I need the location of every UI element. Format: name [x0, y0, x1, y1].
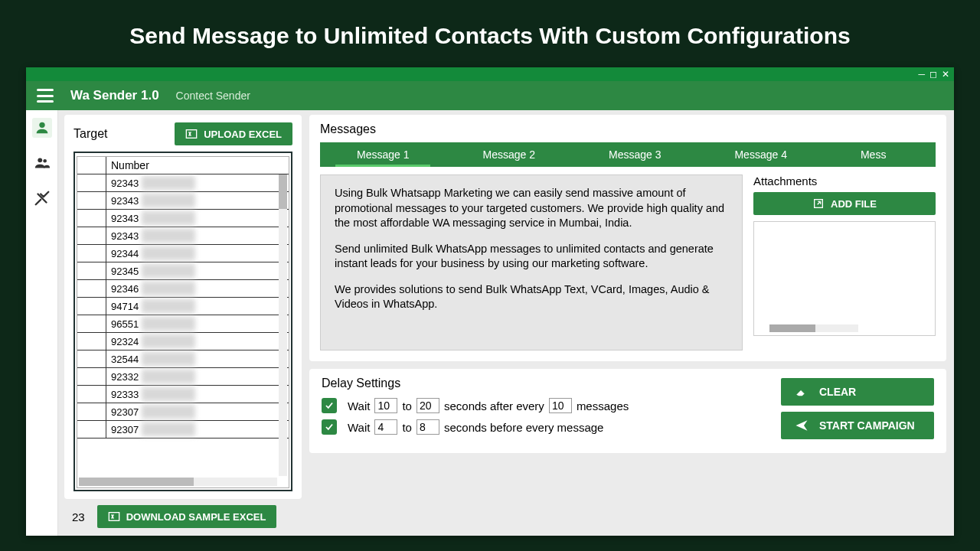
upload-excel-button[interactable]: UPLOAD EXCEL	[175, 122, 292, 145]
close-button[interactable]: ✕	[942, 70, 949, 79]
clear-button[interactable]: CLEAR	[781, 378, 934, 406]
delay-row-after: Wait to seconds after every messages	[322, 398, 629, 413]
attachments-list[interactable]	[753, 221, 936, 336]
target-title: Target	[74, 127, 107, 141]
table-row[interactable]: 92343	[77, 174, 289, 192]
number-cell: 92333	[106, 386, 289, 403]
number-cell: 92343	[106, 227, 289, 244]
menu-icon[interactable]	[37, 89, 54, 103]
sidebar-item-tools[interactable]	[32, 188, 52, 208]
excel-icon	[108, 510, 120, 523]
tab-message-1[interactable]: Message 1	[320, 142, 446, 167]
minimize-button[interactable]: ─	[918, 70, 925, 79]
svg-rect-4	[109, 513, 119, 521]
number-cell: 92343	[106, 192, 289, 209]
messages-panel: Messages Message 1Message 2Message 3Mess…	[309, 115, 946, 361]
table-row[interactable]: 92307	[77, 421, 289, 439]
svg-point-2	[43, 159, 47, 163]
add-file-label: ADD FILE	[831, 198, 877, 210]
table-row[interactable]: 92332	[77, 368, 289, 386]
tab-message-5[interactable]: Mess	[824, 142, 923, 167]
tools-icon	[34, 190, 51, 207]
numbers-grid[interactable]: Number 923439234392343923439234492345923…	[74, 152, 292, 491]
svg-rect-3	[186, 130, 196, 139]
number-cell: 92344	[106, 245, 289, 262]
download-sample-label: DOWNLOAD SAMPLE EXCEL	[126, 511, 266, 523]
attachments-title: Attachments	[753, 174, 936, 187]
send-icon	[795, 419, 808, 432]
target-panel: Target UPLOAD EXCEL Number 92343923	[64, 115, 302, 499]
app-header: Wa Sender 1.0 Contect Sender	[26, 81, 954, 110]
number-cell: 92307	[106, 421, 289, 438]
target-count: 23	[72, 510, 85, 523]
message-textarea[interactable]: Using Bulk Whatsapp Marketing we can eas…	[320, 174, 743, 350]
app-subtitle: Contect Sender	[176, 90, 250, 102]
delay-after-max-input[interactable]	[416, 398, 439, 413]
person-icon	[34, 119, 51, 136]
number-cell: 92324	[106, 333, 289, 350]
checkbox-delay-after[interactable]	[322, 398, 337, 413]
upload-excel-label: UPLOAD EXCEL	[204, 129, 282, 140]
window-titlebar: ─ ◻ ✕	[26, 67, 954, 81]
eraser-icon	[795, 385, 808, 399]
add-file-button[interactable]: ADD FILE	[753, 192, 936, 215]
number-cell: 92307	[106, 403, 289, 420]
table-row[interactable]: 92344	[77, 245, 289, 262]
message-tabs: Message 1Message 2Message 3Message 4Mess	[320, 142, 936, 167]
number-cell: 32544	[106, 350, 289, 367]
number-cell: 94714	[106, 298, 289, 315]
open-icon	[812, 197, 825, 210]
number-cell: 92343	[106, 174, 289, 191]
sidebar	[26, 110, 58, 536]
number-cell: 92346	[106, 280, 289, 297]
delay-before-max-input[interactable]	[416, 419, 439, 435]
promo-banner: Send Message to Unlimited Contacts With …	[0, 0, 980, 67]
messages-title: Messages	[320, 122, 936, 136]
table-row[interactable]: 92307	[77, 403, 289, 421]
download-sample-excel-button[interactable]: DOWNLOAD SAMPLE EXCEL	[97, 505, 277, 528]
horizontal-scrollbar[interactable]	[79, 478, 277, 486]
table-row[interactable]: 96551	[77, 315, 289, 333]
checkbox-delay-before[interactable]	[322, 419, 337, 435]
start-campaign-label: START CAMPAIGN	[819, 419, 915, 432]
message-text-p3: We provides solutions to send Bulk Whats…	[335, 282, 728, 312]
app-window: ─ ◻ ✕ Wa Sender 1.0 Contect Sender T	[26, 67, 954, 536]
tab-message-3[interactable]: Message 3	[572, 142, 697, 167]
table-row[interactable]: 94714	[77, 298, 289, 315]
svg-point-0	[39, 122, 44, 128]
delay-panel: Delay Settings Wait to seconds after eve…	[309, 369, 946, 453]
app-title: Wa Sender 1.0	[70, 88, 159, 103]
table-row[interactable]: 92343	[77, 210, 289, 227]
start-campaign-button[interactable]: START CAMPAIGN	[781, 412, 934, 439]
delay-title: Delay Settings	[322, 377, 629, 390]
sidebar-item-contact[interactable]	[32, 118, 52, 138]
table-row[interactable]: 92345	[77, 262, 289, 280]
column-header-number: Number	[106, 157, 289, 174]
clear-label: CLEAR	[819, 386, 856, 398]
excel-icon	[185, 128, 198, 140]
number-cell: 92345	[106, 262, 289, 279]
table-row[interactable]: 92333	[77, 386, 289, 403]
number-cell: 92343	[106, 210, 289, 227]
attachment-scrollbar[interactable]	[769, 324, 858, 332]
tab-message-2[interactable]: Message 2	[446, 142, 571, 167]
number-cell: 96551	[106, 315, 289, 332]
number-cell: 92332	[106, 368, 289, 385]
delay-after-min-input[interactable]	[374, 398, 397, 413]
message-text-p2: Send unlimited Bulk WhatsApp messages to…	[335, 242, 728, 272]
table-row[interactable]: 92324	[77, 333, 289, 350]
delay-after-count-input[interactable]	[549, 398, 572, 413]
table-row[interactable]: 32544	[77, 350, 289, 368]
delay-before-min-input[interactable]	[374, 419, 397, 435]
table-row[interactable]: 92346	[77, 280, 289, 298]
delay-row-before: Wait to seconds before every message	[322, 419, 629, 435]
group-icon	[34, 155, 51, 171]
tab-message-4[interactable]: Message 4	[697, 142, 823, 167]
sidebar-item-group[interactable]	[32, 153, 52, 173]
table-row[interactable]: 92343	[77, 227, 289, 245]
svg-point-1	[38, 158, 42, 162]
table-row[interactable]: 92343	[77, 192, 289, 210]
vertical-scrollbar[interactable]	[279, 174, 287, 476]
message-text-p1: Using Bulk Whatsapp Marketing we can eas…	[335, 186, 728, 231]
maximize-button[interactable]: ◻	[929, 70, 937, 79]
